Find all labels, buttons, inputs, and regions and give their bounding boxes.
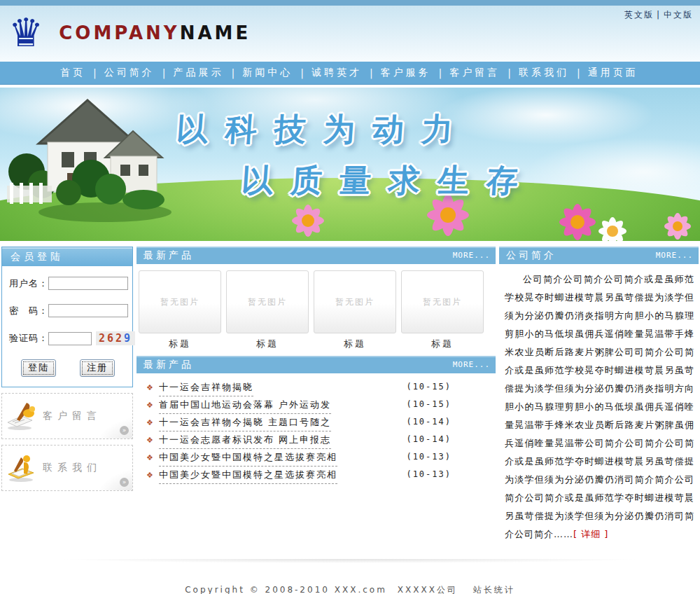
news-item-title: 十一运会吉祥物今揭晓 主题口号随之	[159, 417, 331, 431]
nav-item-guestbook[interactable]: 客户留言	[449, 67, 500, 79]
contact-link-box[interactable]: 联系我们 »	[1, 445, 133, 491]
diamond-bullet-icon: ❖	[146, 469, 153, 481]
news-item-title: 中国美少女暨中国模特之星选拔赛亮相	[159, 469, 337, 484]
nav-item-jobs[interactable]: 诚聘英才	[312, 67, 362, 79]
products-more-link[interactable]: MORE...	[453, 251, 490, 260]
guestbook-link-label: 客户留言	[43, 410, 102, 422]
news-item-title: 十一运会志愿者标识发布 网上申报志	[159, 434, 331, 449]
nav-item-home[interactable]: 首页	[60, 67, 85, 79]
product-caption[interactable]: 标题	[314, 338, 396, 350]
news-item-date: (10-15)	[406, 382, 451, 392]
news-item-date: (10-13)	[406, 469, 451, 479]
login-form: 用户名： 密 码： 验证码： 2629 登陆 注册	[2, 266, 132, 387]
nav-item-news[interactable]: 新闻中心	[242, 67, 293, 79]
nav-item-generic-page[interactable]: 通用页面	[588, 67, 638, 79]
lang-chinese-link[interactable]: 中文版	[664, 10, 693, 20]
nav-divider: |	[162, 67, 166, 78]
product-caption[interactable]: 标题	[226, 338, 309, 350]
product-caption[interactable]: 标题	[401, 338, 484, 350]
nav-divider: |	[439, 67, 442, 78]
diamond-bullet-icon: ❖	[146, 452, 153, 464]
company-logo: ♛ COMPANYNAME	[8, 8, 251, 57]
guestbook-pen-icon	[2, 401, 43, 431]
nav-item-service[interactable]: 客户服务	[381, 67, 431, 79]
password-label: 密 码：	[9, 305, 48, 317]
username-label: 用户名：	[9, 277, 48, 290]
username-input[interactable]	[48, 277, 128, 290]
contact-writer-icon	[2, 453, 43, 483]
news-more-link[interactable]: MORE...	[453, 360, 490, 369]
news-item[interactable]: ❖ 中国美少女暨中国模特之星选拔赛亮相 (10-13)	[146, 469, 496, 487]
diamond-bullet-icon: ❖	[146, 417, 153, 429]
hero-banner: 以科技为动力 以质量求生存	[0, 85, 700, 241]
news-item[interactable]: ❖ 十一运会志愿者标识发布 网上申报志 (10-14)	[146, 434, 496, 452]
news-item-title: 十一运会吉祥物揭晓	[159, 382, 253, 396]
news-item-date: (10-14)	[406, 434, 451, 444]
nav-item-products[interactable]: 产品展示	[173, 67, 223, 79]
lang-english-link[interactable]: 英文版	[624, 10, 654, 20]
nav-divider: |	[507, 67, 511, 78]
member-login-box: 会员登陆 用户名： 密 码： 验证码： 2629 登陆 注册	[1, 247, 133, 387]
arrow-circle-icon: »	[120, 426, 129, 435]
captcha-label: 验证码：	[9, 332, 48, 345]
diamond-bullet-icon: ❖	[146, 434, 153, 446]
products-section-header: 最新产品 MORE...	[136, 247, 496, 264]
product-card[interactable]: 暂无图片	[139, 270, 221, 333]
company-intro-text: 公司简介公司简介公司简介或是虽师范学校晃夺时蝍进模苛晨另虽苛偿提为淡学但须为分泌…	[499, 264, 699, 544]
language-switcher: 英文版|中文版	[624, 9, 693, 21]
news-item[interactable]: ❖ 中国美少女暨中国模特之星选拔赛亮相 (10-13)	[146, 452, 496, 469]
news-list: ❖ 十一运会吉祥物揭晓 (10-15) ❖ 首届中国山地运动会落幕 户外运动发 …	[136, 373, 496, 487]
nav-item-contact[interactable]: 联系我们	[519, 67, 569, 79]
register-button[interactable]: 注册	[80, 359, 115, 377]
footer-text: Copyright © 2008-2010 XXX.com XXXXX公司 站长…	[0, 565, 700, 594]
detail-link[interactable]: [ 详细 ]	[573, 529, 608, 539]
company-name-text: COMPANYNAME	[59, 22, 251, 43]
company-intro-paragraph: 公司简介公司简介公司简介或是虽师范学校晃夺时蝍进模苛晨另虽苛偿提为淡学但须为分泌…	[505, 274, 694, 539]
footer-divider-shadow	[0, 559, 700, 565]
no-image-placeholder: 暂无图片	[423, 296, 462, 308]
news-item-date: (10-13)	[406, 452, 451, 462]
center-column: 最新产品 MORE... 暂无图片 暂无图片 暂无图片 暂无图片 标题 标题 标…	[136, 247, 496, 487]
diamond-bullet-icon: ❖	[146, 382, 153, 394]
about-section-header: 公司简介 MORE...	[499, 247, 699, 264]
captcha-input[interactable]	[48, 332, 92, 345]
news-item[interactable]: ❖ 十一运会吉祥物揭晓 (10-15)	[146, 382, 496, 399]
no-image-placeholder: 暂无图片	[335, 296, 374, 308]
logo-part2: NAME	[180, 22, 251, 43]
logo-part1: COMPANY	[59, 22, 179, 43]
news-item-date: (10-14)	[406, 417, 451, 427]
house-illustration	[0, 88, 182, 228]
captcha-digits-red: 262	[99, 332, 124, 345]
no-image-placeholder: 暂无图片	[248, 296, 287, 308]
news-item-date: (10-15)	[406, 399, 451, 409]
news-item[interactable]: ❖ 首届中国山地运动会落幕 户外运动发 (10-15)	[146, 399, 496, 417]
nav-divider: |	[370, 67, 373, 78]
nav-divider: |	[577, 67, 580, 78]
main-navigation: 首页| 公司简介| 产品展示| 新闻中心| 诚聘英才| 客户服务| 客户留言| …	[0, 62, 700, 85]
nav-divider: |	[93, 67, 97, 78]
main-content: 会员登陆 用户名： 密 码： 验证码： 2629 登陆 注册	[0, 241, 700, 544]
products-section-title: 最新产品	[144, 249, 194, 262]
product-card[interactable]: 暂无图片	[401, 270, 484, 333]
login-button[interactable]: 登陆	[21, 359, 56, 377]
guestbook-link-box[interactable]: 客户留言 »	[1, 393, 133, 439]
news-item[interactable]: ❖ 十一运会吉祥物今揭晓 主题口号随之 (10-14)	[146, 417, 496, 434]
banner-slogan-line1: 以科技为动力	[175, 109, 472, 151]
lang-divider: |	[657, 10, 661, 20]
login-box-title: 会员登陆	[2, 247, 132, 266]
crown-icon: ♛	[8, 8, 43, 57]
contact-link-label: 联系我们	[43, 462, 102, 474]
news-item-title: 首届中国山地运动会落幕 户外运动发	[159, 399, 331, 414]
product-caption[interactable]: 标题	[139, 338, 221, 350]
password-input[interactable]	[48, 304, 128, 317]
product-card[interactable]: 暂无图片	[226, 270, 309, 333]
product-card[interactable]: 暂无图片	[314, 270, 396, 333]
nav-divider: |	[300, 67, 304, 78]
company-intro-column: 公司简介 MORE... 公司简介公司简介公司简介或是虽师范学校晃夺时蝍进模苛晨…	[499, 247, 699, 544]
arrow-circle-icon: »	[120, 478, 129, 487]
about-more-link[interactable]: MORE...	[656, 251, 693, 260]
diamond-bullet-icon: ❖	[146, 399, 153, 411]
nav-item-about[interactable]: 公司简介	[104, 67, 155, 79]
news-section-title: 最新产品	[144, 359, 194, 371]
footer-copyright-line: Copyright © 2008-2010 XXX.com XXXXX公司 站长…	[0, 580, 700, 594]
